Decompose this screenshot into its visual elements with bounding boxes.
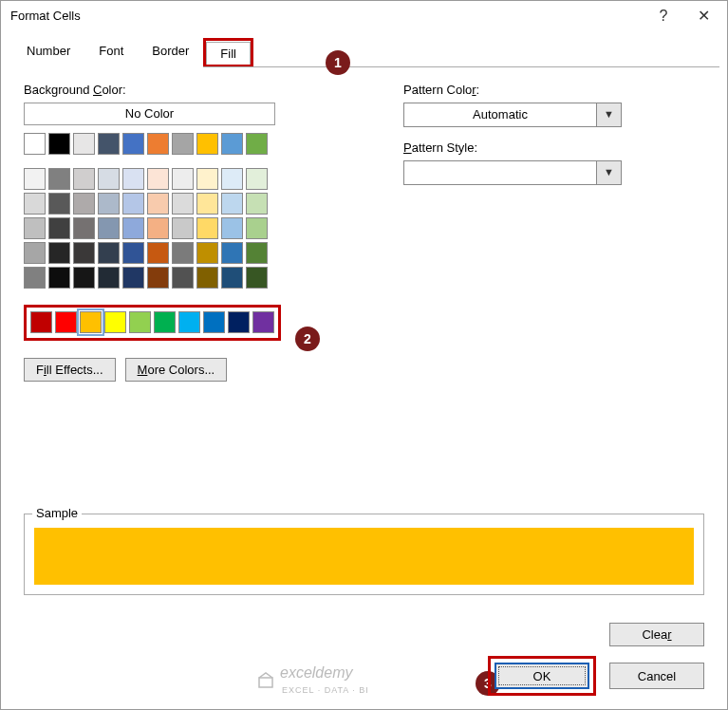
- pattern-style-label: Pattern Style:: [403, 140, 704, 155]
- color-swatch[interactable]: [221, 168, 243, 190]
- color-swatch[interactable]: [98, 267, 120, 289]
- color-swatch[interactable]: [246, 133, 268, 155]
- color-swatch[interactable]: [73, 267, 95, 289]
- tab-border[interactable]: Border: [138, 39, 203, 67]
- color-swatch[interactable]: [98, 193, 120, 215]
- pattern-section: Pattern Color: Automatic ▼ Pattern Style…: [403, 83, 704, 382]
- color-swatch[interactable]: [24, 217, 46, 239]
- color-swatch[interactable]: [98, 168, 120, 190]
- color-swatch[interactable]: [172, 267, 194, 289]
- color-swatch[interactable]: [246, 267, 268, 289]
- color-swatch[interactable]: [73, 193, 95, 215]
- color-swatch[interactable]: [55, 311, 77, 333]
- color-swatch[interactable]: [178, 311, 200, 333]
- pattern-color-label: Pattern Color:: [403, 83, 704, 97]
- color-swatch[interactable]: [73, 242, 95, 264]
- color-swatch[interactable]: [154, 311, 176, 333]
- color-swatch[interactable]: [147, 193, 169, 215]
- help-button[interactable]: ?: [644, 8, 683, 25]
- color-swatch[interactable]: [172, 217, 194, 239]
- color-swatch[interactable]: [122, 267, 144, 289]
- color-swatch[interactable]: [73, 168, 95, 190]
- color-swatch[interactable]: [73, 133, 95, 155]
- color-swatch[interactable]: [98, 133, 120, 155]
- color-swatch[interactable]: [73, 217, 95, 239]
- annotation-box-2: [24, 305, 281, 341]
- color-swatch[interactable]: [122, 133, 144, 155]
- tab-fill[interactable]: Fill: [206, 42, 251, 65]
- color-swatch[interactable]: [30, 311, 52, 333]
- pattern-color-select[interactable]: Automatic ▼: [403, 103, 622, 127]
- color-swatch[interactable]: [147, 267, 169, 289]
- color-swatch[interactable]: [228, 311, 250, 333]
- tab-strip: Number Font Border Fill: [12, 38, 719, 67]
- color-swatch[interactable]: [24, 168, 46, 190]
- color-swatch[interactable]: [246, 193, 268, 215]
- color-swatch[interactable]: [98, 217, 120, 239]
- fill-tab-content: Background Color: No Color Fill Effects.…: [1, 67, 727, 391]
- color-swatch[interactable]: [147, 133, 169, 155]
- color-swatch[interactable]: [122, 217, 144, 239]
- color-swatch[interactable]: [48, 267, 70, 289]
- color-swatch[interactable]: [221, 217, 243, 239]
- color-swatch[interactable]: [172, 242, 194, 264]
- color-swatch[interactable]: [48, 133, 70, 155]
- color-swatch[interactable]: [24, 267, 46, 289]
- color-swatch[interactable]: [196, 193, 218, 215]
- dialog-title: Format Cells: [10, 9, 644, 23]
- watermark-sub: EXCEL · DATA · BI: [282, 685, 369, 695]
- color-swatch[interactable]: [24, 193, 46, 215]
- color-swatch[interactable]: [48, 217, 70, 239]
- color-swatch[interactable]: [24, 133, 46, 155]
- color-swatch[interactable]: [221, 242, 243, 264]
- tab-number[interactable]: Number: [12, 39, 84, 67]
- color-swatch[interactable]: [196, 168, 218, 190]
- color-swatch[interactable]: [221, 267, 243, 289]
- color-swatch[interactable]: [80, 311, 102, 333]
- color-swatch[interactable]: [172, 133, 194, 155]
- color-swatch[interactable]: [122, 193, 144, 215]
- color-swatch[interactable]: [246, 168, 268, 190]
- theme-row: [24, 242, 346, 264]
- color-swatch[interactable]: [24, 242, 46, 264]
- annotation-badge-1: 1: [326, 50, 350, 75]
- color-swatch[interactable]: [221, 133, 243, 155]
- color-swatch[interactable]: [104, 311, 126, 333]
- color-swatch[interactable]: [196, 242, 218, 264]
- color-swatch[interactable]: [147, 168, 169, 190]
- tab-font[interactable]: Font: [84, 39, 138, 67]
- color-swatch[interactable]: [203, 311, 225, 333]
- cancel-button[interactable]: Cancel: [609, 663, 704, 689]
- annotation-box-1: Fill: [203, 38, 253, 66]
- color-swatch[interactable]: [98, 242, 120, 264]
- no-color-button[interactable]: No Color: [24, 103, 275, 125]
- color-swatch[interactable]: [221, 193, 243, 215]
- fill-effects-button[interactable]: Fill Effects...: [24, 358, 116, 382]
- color-swatch[interactable]: [147, 217, 169, 239]
- color-swatch[interactable]: [252, 311, 274, 333]
- color-swatch[interactable]: [172, 168, 194, 190]
- color-swatch[interactable]: [48, 242, 70, 264]
- more-colors-button[interactable]: More Colors...: [125, 358, 228, 382]
- clear-button[interactable]: Clear: [609, 623, 704, 646]
- close-button[interactable]: ✕: [683, 7, 723, 25]
- color-swatch[interactable]: [147, 242, 169, 264]
- color-swatch[interactable]: [122, 168, 144, 190]
- watermark: exceldemy EXCEL · DATA · BI: [257, 664, 369, 696]
- sample-fieldset: Sample: [24, 514, 704, 595]
- color-swatch[interactable]: [196, 133, 218, 155]
- color-swatch[interactable]: [172, 193, 194, 215]
- color-swatch[interactable]: [246, 217, 268, 239]
- color-swatch[interactable]: [246, 242, 268, 264]
- color-swatch[interactable]: [129, 311, 151, 333]
- clear-row: Clear: [609, 623, 704, 646]
- color-swatch[interactable]: [196, 217, 218, 239]
- pattern-style-select[interactable]: ▼: [403, 160, 622, 185]
- dialog-buttons: OK Cancel: [488, 656, 704, 696]
- color-swatch[interactable]: [48, 168, 70, 190]
- color-swatch[interactable]: [122, 242, 144, 264]
- color-swatch[interactable]: [196, 267, 218, 289]
- sample-label: Sample: [32, 506, 82, 520]
- color-swatch[interactable]: [48, 193, 70, 215]
- ok-button[interactable]: OK: [495, 663, 589, 689]
